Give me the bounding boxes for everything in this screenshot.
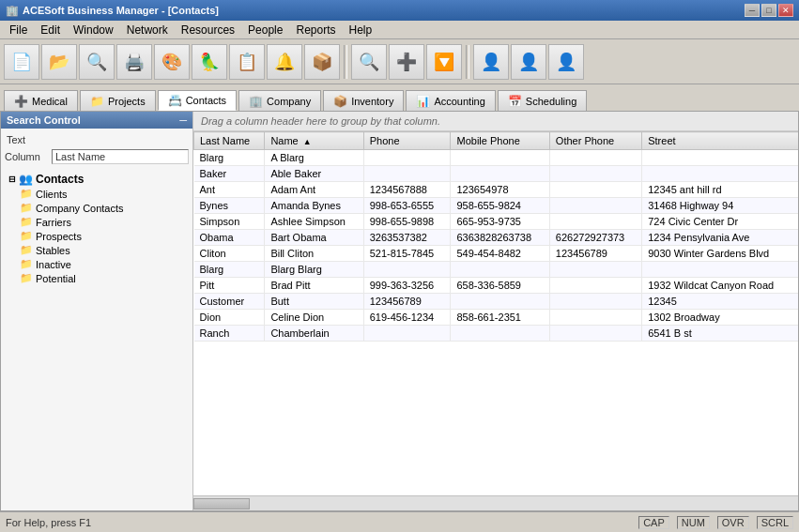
tree-item-prospects[interactable]: 📁 Prospects: [1, 229, 192, 243]
tab-accounting[interactable]: 📊 Accounting: [406, 90, 495, 111]
table-body: BlargA BlargBakerAble BakerAntAdam Ant12…: [194, 150, 799, 342]
tab-projects[interactable]: 📁 Projects: [80, 90, 156, 111]
col-header-street[interactable]: Street: [642, 132, 798, 150]
minimize-button[interactable]: ─: [745, 4, 760, 17]
search-column-value[interactable]: Last Name: [52, 149, 189, 164]
search-control-body: Text Column Last Name: [1, 129, 192, 168]
toolbar-parrot-button[interactable]: 🦜: [192, 44, 227, 80]
tab-contacts-label: Contacts: [186, 95, 226, 106]
search-row: Column Last Name: [5, 149, 189, 164]
toolbar-person3-button[interactable]: 👤: [548, 44, 584, 80]
menu-help[interactable]: Help: [344, 23, 378, 38]
close-button[interactable]: ✕: [778, 4, 793, 17]
col-header-mobile-phone[interactable]: Mobile Phone: [451, 132, 549, 150]
app-title: ACESoft Business Manager - [Contacts]: [23, 5, 219, 16]
tab-medical[interactable]: ➕ Medical: [4, 90, 78, 111]
tree-item-potential[interactable]: 📁 Potential: [1, 271, 192, 285]
table-row[interactable]: SimpsonAshlee Simpson998-655-9898665-953…: [194, 214, 799, 230]
cell-name: Ashlee Simpson: [265, 214, 363, 230]
toolbar-filter-button[interactable]: 🔽: [426, 44, 462, 80]
toolbar-person-button[interactable]: 👤: [473, 44, 509, 80]
menu-file[interactable]: File: [4, 23, 33, 38]
tab-scheduling-label: Scheduling: [526, 96, 576, 107]
table-header-row: Last Name Name ▲ Phone Mobile Phone Othe…: [194, 132, 799, 150]
toolbar-paint-button[interactable]: 🎨: [154, 44, 190, 80]
cell-lastName: Bynes: [194, 198, 265, 214]
table-row[interactable]: BlargBlarg Blarg: [194, 262, 799, 278]
title-bar-left: 🏢 ACESoft Business Manager - [Contacts]: [6, 5, 219, 17]
table-row[interactable]: ClitonBill Cliton521-815-7845549-454-848…: [194, 246, 799, 262]
tab-company-label: Company: [267, 96, 311, 107]
maximize-button[interactable]: □: [761, 4, 776, 17]
table-wrapper[interactable]: Last Name Name ▲ Phone Mobile Phone Othe…: [193, 131, 798, 495]
table-row[interactable]: BynesAmanda Bynes998-653-6555958-655-982…: [194, 198, 799, 214]
menu-edit[interactable]: Edit: [35, 23, 66, 38]
tree-contacts-root[interactable]: ⊟ 👥 Contacts: [1, 172, 192, 187]
table-row[interactable]: CustomerButt12345678912345Bend: [194, 294, 799, 310]
cell-phone: [363, 262, 451, 278]
toolbar-zoom-button[interactable]: 🔍: [351, 44, 387, 80]
table-row[interactable]: ObamaBart Obama3263537382636382826373862…: [194, 230, 799, 246]
toolbar-new-button[interactable]: 📄: [4, 44, 39, 80]
cell-mobilePhone: [451, 262, 549, 278]
table-row[interactable]: AntAdam Ant123456788812365497812345 ant …: [194, 182, 799, 198]
tab-inventory[interactable]: 📦 Inventory: [323, 90, 404, 111]
table-row[interactable]: PittBrad Pitt999-363-3256658-336-5859193…: [194, 278, 799, 294]
tab-company[interactable]: 🏢 Company: [238, 90, 321, 111]
tree-item-inactive[interactable]: 📁 Inactive: [1, 257, 192, 271]
tree-item-company-contacts[interactable]: 📁 Company Contacts: [1, 201, 192, 215]
potential-label: Potential: [36, 273, 76, 284]
toolbar-print-button[interactable]: 🖨️: [116, 44, 152, 80]
menu-resources[interactable]: Resources: [176, 23, 240, 38]
table-row[interactable]: DionCeline Dion619-456-1234858-661-23511…: [194, 310, 799, 326]
col-header-phone[interactable]: Phone: [363, 132, 451, 150]
tree-item-stables[interactable]: 📁 Stables: [1, 243, 192, 257]
status-bar: For Help, press F1 CAP NUM OVR SCRL: [0, 511, 799, 532]
cell-lastName: Ant: [194, 182, 265, 198]
toolbar-person2-button[interactable]: 👤: [511, 44, 546, 80]
toolbar-clipboard-button[interactable]: 📋: [229, 44, 265, 80]
toolbar-search-button[interactable]: 🔍: [79, 44, 115, 80]
cell-name: Adam Ant: [265, 182, 363, 198]
col-header-name[interactable]: Name ▲: [265, 132, 363, 150]
tree-item-clients[interactable]: 📁 Clients: [1, 187, 192, 201]
table-row[interactable]: RanchChamberlain6541 B stSan Di: [194, 326, 799, 342]
cell-mobilePhone: [451, 150, 549, 166]
cell-name: Bart Obama: [265, 230, 363, 246]
horizontal-scroll-thumb[interactable]: [193, 498, 250, 509]
menu-window[interactable]: Window: [68, 23, 119, 38]
menu-reports[interactable]: Reports: [290, 23, 341, 38]
tab-scheduling[interactable]: 📅 Scheduling: [498, 90, 587, 111]
inactive-icon: 📁: [20, 258, 33, 270]
cell-otherPhone: [549, 166, 641, 182]
table-row[interactable]: BakerAble Baker: [194, 166, 799, 182]
toolbar-add-button[interactable]: ➕: [389, 44, 424, 80]
toolbar-bell-button[interactable]: 🔔: [267, 44, 302, 80]
cell-lastName: Ranch: [194, 326, 265, 342]
table-row[interactable]: BlargA Blarg: [194, 150, 799, 166]
cell-mobilePhone: 665-953-9735: [451, 214, 549, 230]
menu-people[interactable]: People: [242, 23, 288, 38]
tree-item-farriers[interactable]: 📁 Farriers: [1, 215, 192, 229]
search-column-label: Column: [5, 151, 50, 162]
cell-phone: [363, 326, 451, 342]
cell-phone: 998-655-9898: [363, 214, 451, 230]
contacts-table: Last Name Name ▲ Phone Mobile Phone Othe…: [193, 131, 798, 342]
tree-panel: ⊟ 👥 Contacts 📁 Clients 📁 Company Contact…: [1, 168, 192, 510]
horizontal-scrollbar[interactable]: [193, 495, 798, 510]
tab-contacts[interactable]: 📇 Contacts: [158, 90, 237, 111]
search-control-collapse-icon[interactable]: ─: [179, 114, 187, 126]
cell-street: 12345 ant hill rd: [642, 182, 798, 198]
col-header-other-phone[interactable]: Other Phone: [549, 132, 641, 150]
cell-phone: 1234567888: [363, 182, 451, 198]
horizontal-scroll-track[interactable]: [193, 496, 798, 511]
cell-otherPhone: [549, 294, 641, 310]
col-header-last-name[interactable]: Last Name: [194, 132, 265, 150]
status-cap: CAP: [638, 516, 669, 529]
menu-network[interactable]: Network: [121, 23, 174, 38]
tab-contacts-icon: 📇: [168, 94, 182, 107]
toolbar-open-button[interactable]: 📂: [41, 44, 77, 80]
toolbar-package-button[interactable]: 📦: [304, 44, 340, 80]
cell-street: 1932 Wildcat Canyon Road: [642, 278, 798, 294]
collapse-icon[interactable]: ⊟: [8, 175, 16, 184]
